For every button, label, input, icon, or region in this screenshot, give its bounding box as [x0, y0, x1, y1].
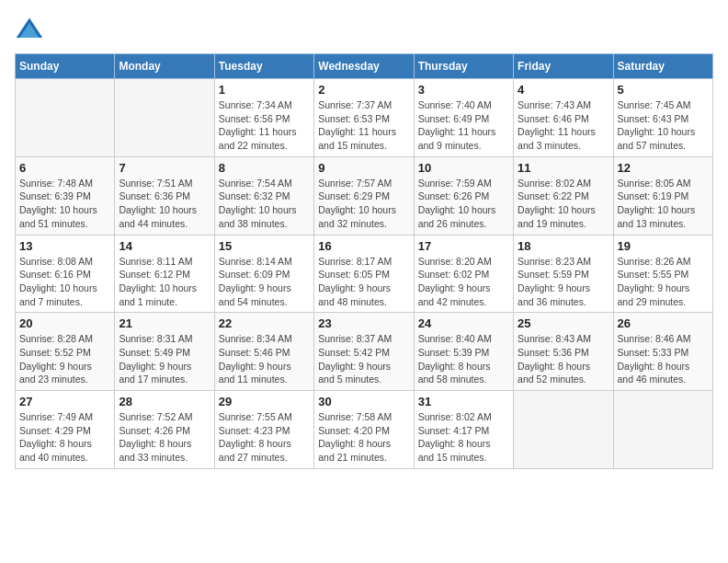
calendar-cell: 15Sunrise: 8:14 AM Sunset: 6:09 PM Dayli… [214, 235, 313, 313]
day-number: 9 [318, 161, 409, 175]
weekday-header: Tuesday [214, 54, 313, 79]
day-number: 6 [19, 161, 110, 175]
day-info: Sunrise: 7:52 AM Sunset: 4:26 PM Dayligh… [119, 410, 210, 465]
day-number: 14 [119, 239, 210, 253]
day-number: 20 [19, 316, 110, 330]
day-info: Sunrise: 8:05 AM Sunset: 6:19 PM Dayligh… [618, 177, 709, 231]
calendar-cell: 12Sunrise: 8:05 AM Sunset: 6:19 PM Dayli… [613, 156, 712, 235]
day-info: Sunrise: 7:40 AM Sunset: 6:49 PM Dayligh… [418, 98, 509, 153]
calendar-cell: 31Sunrise: 8:02 AM Sunset: 4:17 PM Dayli… [414, 391, 513, 469]
day-info: Sunrise: 7:48 AM Sunset: 6:39 PM Dayligh… [19, 177, 110, 231]
day-info: Sunrise: 8:28 AM Sunset: 5:52 PM Dayligh… [19, 332, 110, 386]
calendar-week-row: 1Sunrise: 7:34 AM Sunset: 6:56 PM Daylig… [16, 79, 713, 157]
calendar-cell: 5Sunrise: 7:45 AM Sunset: 6:43 PM Daylig… [613, 79, 712, 157]
calendar-cell: 14Sunrise: 8:11 AM Sunset: 6:12 PM Dayli… [115, 235, 214, 313]
day-number: 22 [219, 316, 310, 330]
calendar-week-row: 13Sunrise: 8:08 AM Sunset: 6:16 PM Dayli… [16, 235, 713, 313]
day-info: Sunrise: 8:08 AM Sunset: 6:16 PM Dayligh… [19, 255, 110, 309]
calendar-cell: 4Sunrise: 7:43 AM Sunset: 6:46 PM Daylig… [514, 79, 613, 157]
day-info: Sunrise: 7:37 AM Sunset: 6:53 PM Dayligh… [318, 98, 409, 153]
day-number: 25 [518, 316, 609, 330]
day-number: 23 [318, 316, 409, 330]
calendar-cell: 3Sunrise: 7:40 AM Sunset: 6:49 PM Daylig… [414, 79, 513, 157]
calendar-cell: 11Sunrise: 8:02 AM Sunset: 6:22 PM Dayli… [514, 156, 613, 235]
day-number: 3 [418, 83, 509, 97]
calendar-week-row: 27Sunrise: 7:49 AM Sunset: 4:29 PM Dayli… [16, 391, 713, 469]
logo [15, 15, 48, 44]
day-number: 27 [19, 395, 110, 408]
calendar-cell [514, 391, 613, 469]
day-number: 8 [219, 161, 310, 175]
calendar-cell: 7Sunrise: 7:51 AM Sunset: 6:36 PM Daylig… [115, 156, 214, 235]
calendar-table: SundayMondayTuesdayWednesdayThursdayFrid… [15, 53, 713, 469]
calendar-cell: 17Sunrise: 8:20 AM Sunset: 6:02 PM Dayli… [414, 235, 513, 313]
calendar-cell: 28Sunrise: 7:52 AM Sunset: 4:26 PM Dayli… [115, 391, 214, 469]
page-header [15, 15, 713, 44]
calendar-cell: 13Sunrise: 8:08 AM Sunset: 6:16 PM Dayli… [16, 235, 115, 313]
day-number: 28 [119, 395, 210, 408]
day-number: 15 [219, 239, 310, 253]
day-info: Sunrise: 8:26 AM Sunset: 5:55 PM Dayligh… [618, 255, 709, 309]
day-info: Sunrise: 7:43 AM Sunset: 6:46 PM Dayligh… [518, 98, 609, 153]
day-info: Sunrise: 8:23 AM Sunset: 5:59 PM Dayligh… [518, 255, 609, 309]
weekday-header: Friday [514, 54, 613, 79]
day-info: Sunrise: 7:55 AM Sunset: 4:23 PM Dayligh… [219, 410, 310, 465]
calendar-cell: 18Sunrise: 8:23 AM Sunset: 5:59 PM Dayli… [514, 235, 613, 313]
weekday-header: Wednesday [314, 54, 414, 79]
day-info: Sunrise: 8:02 AM Sunset: 4:17 PM Dayligh… [418, 410, 509, 465]
day-number: 30 [318, 395, 409, 408]
day-info: Sunrise: 7:54 AM Sunset: 6:32 PM Dayligh… [219, 177, 310, 231]
day-info: Sunrise: 8:43 AM Sunset: 5:36 PM Dayligh… [518, 332, 609, 386]
day-info: Sunrise: 7:58 AM Sunset: 4:20 PM Dayligh… [318, 410, 409, 465]
day-number: 10 [418, 161, 509, 175]
day-number: 13 [19, 239, 110, 253]
day-number: 31 [418, 395, 509, 408]
calendar-cell: 22Sunrise: 8:34 AM Sunset: 5:46 PM Dayli… [214, 313, 313, 391]
day-info: Sunrise: 7:59 AM Sunset: 6:26 PM Dayligh… [418, 177, 509, 231]
day-number: 2 [318, 83, 409, 97]
day-number: 24 [418, 316, 509, 330]
calendar-cell: 1Sunrise: 7:34 AM Sunset: 6:56 PM Daylig… [214, 79, 313, 157]
calendar-cell: 6Sunrise: 7:48 AM Sunset: 6:39 PM Daylig… [16, 156, 115, 235]
day-info: Sunrise: 8:20 AM Sunset: 6:02 PM Dayligh… [418, 255, 509, 309]
calendar-cell: 30Sunrise: 7:58 AM Sunset: 4:20 PM Dayli… [314, 391, 414, 469]
calendar-cell [613, 391, 712, 469]
calendar-cell: 23Sunrise: 8:37 AM Sunset: 5:42 PM Dayli… [314, 313, 414, 391]
day-number: 16 [318, 239, 409, 253]
calendar-cell: 2Sunrise: 7:37 AM Sunset: 6:53 PM Daylig… [314, 79, 414, 157]
calendar-cell: 10Sunrise: 7:59 AM Sunset: 6:26 PM Dayli… [414, 156, 513, 235]
calendar-cell: 8Sunrise: 7:54 AM Sunset: 6:32 PM Daylig… [214, 156, 313, 235]
calendar-cell: 16Sunrise: 8:17 AM Sunset: 6:05 PM Dayli… [314, 235, 414, 313]
calendar-cell: 24Sunrise: 8:40 AM Sunset: 5:39 PM Dayli… [414, 313, 513, 391]
day-info: Sunrise: 8:17 AM Sunset: 6:05 PM Dayligh… [318, 255, 409, 309]
day-info: Sunrise: 7:45 AM Sunset: 6:43 PM Dayligh… [618, 98, 709, 153]
day-number: 17 [418, 239, 509, 253]
calendar-cell: 20Sunrise: 8:28 AM Sunset: 5:52 PM Dayli… [16, 313, 115, 391]
calendar-header-row: SundayMondayTuesdayWednesdayThursdayFrid… [16, 54, 713, 79]
day-info: Sunrise: 8:14 AM Sunset: 6:09 PM Dayligh… [219, 255, 310, 309]
calendar-cell [16, 79, 115, 157]
calendar-cell: 25Sunrise: 8:43 AM Sunset: 5:36 PM Dayli… [514, 313, 613, 391]
day-info: Sunrise: 8:34 AM Sunset: 5:46 PM Dayligh… [219, 332, 310, 386]
day-info: Sunrise: 8:02 AM Sunset: 6:22 PM Dayligh… [518, 177, 609, 231]
day-number: 26 [618, 316, 709, 330]
day-number: 18 [518, 239, 609, 253]
weekday-header: Thursday [414, 54, 513, 79]
day-number: 1 [219, 83, 310, 97]
day-info: Sunrise: 8:31 AM Sunset: 5:49 PM Dayligh… [119, 332, 210, 386]
day-number: 11 [518, 161, 609, 175]
day-info: Sunrise: 8:40 AM Sunset: 5:39 PM Dayligh… [418, 332, 509, 386]
calendar-cell: 26Sunrise: 8:46 AM Sunset: 5:33 PM Dayli… [613, 313, 712, 391]
day-number: 21 [119, 316, 210, 330]
weekday-header: Sunday [16, 54, 115, 79]
logo-icon [15, 15, 44, 44]
day-info: Sunrise: 8:11 AM Sunset: 6:12 PM Dayligh… [119, 255, 210, 309]
day-number: 29 [219, 395, 310, 408]
day-info: Sunrise: 8:46 AM Sunset: 5:33 PM Dayligh… [618, 332, 709, 386]
day-info: Sunrise: 7:51 AM Sunset: 6:36 PM Dayligh… [119, 177, 210, 231]
day-info: Sunrise: 7:57 AM Sunset: 6:29 PM Dayligh… [318, 177, 409, 231]
calendar-cell: 9Sunrise: 7:57 AM Sunset: 6:29 PM Daylig… [314, 156, 414, 235]
day-number: 5 [618, 83, 709, 97]
calendar-cell: 21Sunrise: 8:31 AM Sunset: 5:49 PM Dayli… [115, 313, 214, 391]
calendar-cell [115, 79, 214, 157]
